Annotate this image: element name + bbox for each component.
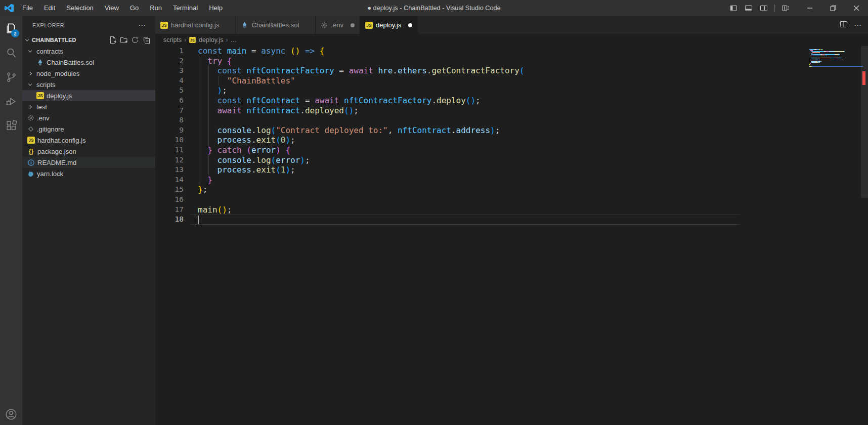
toggle-secondary-sidebar-icon[interactable]: [756, 0, 771, 16]
line-number: 18: [155, 215, 184, 225]
line-number: 4: [155, 76, 184, 86]
code-line-11[interactable]: 11 } catch (error) {: [155, 145, 868, 155]
menu-file[interactable]: File: [17, 0, 38, 16]
line-number: 11: [155, 145, 184, 155]
menu-edit[interactable]: Edit: [38, 0, 61, 16]
indent-guide: [199, 86, 199, 96]
code-line-9[interactable]: 9 console.log("Contract deployed to:", n…: [155, 125, 868, 136]
tab-chainbattles-sol[interactable]: ChainBattles.sol: [236, 16, 316, 34]
breadcrumb-item-deployjs[interactable]: JS deploy.js: [189, 36, 223, 44]
tree-item-chainbattles-sol[interactable]: ChainBattles.sol: [22, 57, 155, 68]
activitybar-explorer[interactable]: 2: [0, 16, 22, 40]
line-number: 9: [155, 125, 184, 136]
tree-item--gitignore[interactable]: .gitignore: [22, 123, 155, 135]
tree-item-deploy-js[interactable]: JSdeploy.js: [22, 90, 155, 101]
js-file-icon: JS: [36, 92, 44, 99]
close-button[interactable]: [845, 0, 868, 16]
line-number: 6: [155, 96, 184, 106]
scrollbar-thumb[interactable]: [861, 46, 868, 198]
menu-run[interactable]: Run: [144, 0, 167, 16]
tree-item-test[interactable]: test: [22, 101, 155, 112]
js-file-icon: JS: [27, 137, 35, 144]
more-actions-icon[interactable]: ⋯: [854, 21, 862, 30]
collapse-all-icon[interactable]: [142, 36, 150, 44]
explorer-section-chainbattled[interactable]: CHAINBATTLED: [22, 34, 155, 46]
activitybar-run-and-debug[interactable]: [0, 89, 22, 113]
code-line-5[interactable]: 5 );: [155, 86, 868, 96]
code-editor[interactable]: 1const main = async () => {2 try {3 cons…: [155, 46, 868, 425]
tree-item-label: ChainBattles.sol: [47, 59, 94, 66]
code-line-17[interactable]: 17main();: [155, 205, 868, 215]
new-file-icon[interactable]: [109, 36, 117, 44]
minimize-button[interactable]: [798, 0, 821, 16]
code-line-8[interactable]: 8: [155, 115, 868, 125]
menu-view[interactable]: View: [99, 0, 124, 16]
menu-help[interactable]: Help: [203, 0, 228, 16]
menu-selection[interactable]: Selection: [61, 0, 99, 16]
tree-item-node-modules[interactable]: node_modules: [22, 68, 155, 79]
explorer-badge: 2: [11, 29, 19, 37]
code-text: await nftContract.deployed();: [198, 106, 359, 116]
tree-item-readme-md[interactable]: README.md: [22, 157, 155, 168]
code-line-12[interactable]: 12 console.log(error);: [155, 155, 868, 165]
toggle-primary-sidebar-icon[interactable]: [726, 0, 741, 16]
breadcrumb-item-symbol[interactable]: …: [231, 36, 237, 44]
code-line-2[interactable]: 2 try {: [155, 56, 868, 66]
code-line-16[interactable]: 16: [155, 195, 868, 205]
code-line-4[interactable]: 4 "ChainBattles": [155, 76, 868, 86]
breadcrumb-item-scripts[interactable]: scripts: [163, 36, 182, 44]
tab--env[interactable]: .env: [316, 16, 360, 34]
line-number: 3: [155, 66, 184, 76]
editor-scrollbar[interactable]: [861, 46, 868, 425]
split-editor-icon[interactable]: [840, 20, 848, 30]
activitybar-accounts[interactable]: [0, 404, 22, 425]
tree-item-hardhat-config-js[interactable]: JShardhat.config.js: [22, 135, 155, 146]
indent-guide: [199, 165, 199, 175]
indent-guide: [199, 66, 199, 76]
code-line-6[interactable]: 6 const nftContract = await nftContractF…: [155, 96, 868, 106]
tree-item-yarn-lock[interactable]: yarn.lock: [22, 168, 155, 179]
tab-label: hardhat.config.js: [171, 21, 219, 29]
indent-guide: [199, 106, 199, 116]
indent-guide: [199, 56, 199, 66]
explorer-more-actions-icon[interactable]: ⋯: [136, 21, 148, 30]
menu-terminal[interactable]: Terminal: [167, 0, 203, 16]
code-line-1[interactable]: 1const main = async () => {: [155, 46, 868, 56]
tree-item-contracts[interactable]: contracts: [22, 46, 155, 57]
modified-dot-icon[interactable]: [408, 23, 412, 27]
code-line-10[interactable]: 10 process.exit(0);: [155, 135, 868, 145]
code-text: try {: [198, 56, 232, 66]
menu-bar: FileEditSelectionViewGoRunTerminalHelp: [17, 0, 228, 16]
tab-label: deploy.js: [376, 21, 401, 29]
code-line-18[interactable]: 18: [155, 215, 868, 225]
tree-item--env[interactable]: .env: [22, 112, 155, 123]
code-text: console.log(error);: [198, 155, 310, 165]
tree-item-label: node_modules: [36, 70, 79, 77]
activitybar-extensions[interactable]: [0, 113, 22, 138]
tree-item-package-json[interactable]: {}package.json: [22, 146, 155, 157]
new-folder-icon[interactable]: [120, 36, 128, 44]
tree-item-label: contracts: [36, 48, 63, 55]
toggle-panel-icon[interactable]: [741, 0, 756, 16]
activitybar-source-control[interactable]: [0, 65, 22, 89]
code-line-7[interactable]: 7 await nftContract.deployed();: [155, 106, 868, 116]
js-file-icon: JS: [365, 22, 373, 29]
code-line-15[interactable]: 15};: [155, 185, 868, 195]
activitybar-search[interactable]: [0, 40, 22, 65]
restore-button[interactable]: [821, 0, 845, 16]
indent-guide: [199, 175, 199, 185]
solidity-file-icon: [241, 21, 248, 29]
tab-hardhat-config-js[interactable]: JShardhat.config.js: [155, 16, 236, 34]
customize-layout-icon[interactable]: [778, 0, 793, 16]
code-line-13[interactable]: 13 process.exit(1);: [155, 165, 868, 175]
line-number: 7: [155, 106, 184, 116]
menu-go[interactable]: Go: [124, 0, 144, 16]
tab-label: ChainBattles.sol: [251, 21, 299, 29]
code-line-3[interactable]: 3 const nftContractFactory = await hre.e…: [155, 66, 868, 76]
tree-item-scripts[interactable]: scripts: [22, 79, 155, 90]
indent-guide: [208, 115, 209, 125]
refresh-icon[interactable]: [131, 36, 139, 44]
tab-deploy-js[interactable]: JSdeploy.js: [360, 16, 418, 34]
modified-dot-icon[interactable]: [351, 23, 355, 27]
code-line-14[interactable]: 14 }: [155, 175, 868, 185]
